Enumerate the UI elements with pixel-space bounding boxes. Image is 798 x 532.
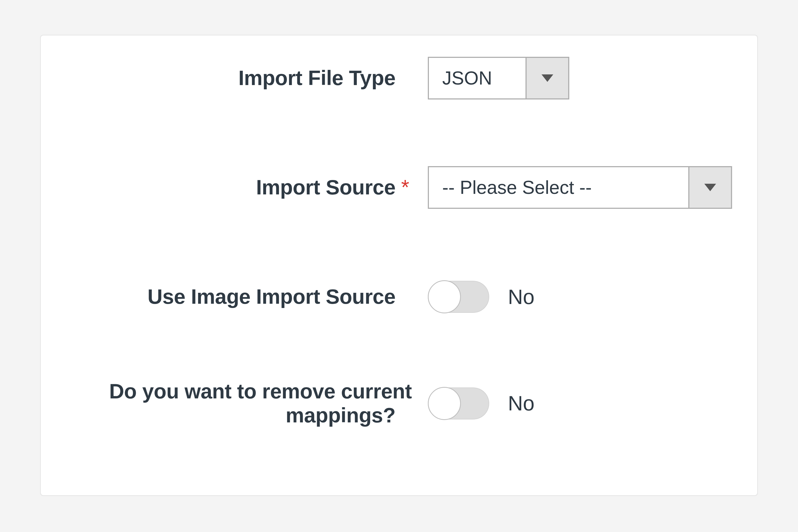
chevron-down-icon <box>542 74 553 82</box>
toggle-value-label: No <box>508 391 534 416</box>
select-import-source[interactable]: -- Please Select -- <box>428 166 732 209</box>
toggle-use-image-import-source[interactable] <box>428 281 489 313</box>
label-use-image-import-source: Use Image Import Source <box>41 285 428 309</box>
toggle-knob <box>428 280 461 314</box>
field-row-import-file-type: Import File Type JSON <box>41 57 757 99</box>
field-row-use-image-import-source: Use Image Import Source No <box>41 281 757 313</box>
label-text: Do you want to remove current mappings? <box>109 379 412 427</box>
required-mark: * <box>401 175 412 200</box>
toggle-knob <box>428 387 461 420</box>
dropdown-arrow-box <box>688 167 731 208</box>
label-text: Use Image Import Source <box>148 285 396 308</box>
import-settings-panel: Import File Type JSON Import Source * --… <box>40 35 758 496</box>
label-import-source: Import Source * <box>41 175 428 200</box>
label-text: Import File Type <box>238 66 396 90</box>
label-import-file-type: Import File Type <box>41 66 428 90</box>
field-row-remove-mappings: Do you want to remove current mappings? … <box>41 379 757 427</box>
label-remove-mappings: Do you want to remove current mappings? <box>41 379 428 427</box>
dropdown-arrow-box <box>526 58 568 98</box>
select-value: -- Please Select -- <box>429 167 688 208</box>
field-row-import-source: Import Source * -- Please Select -- <box>41 166 757 209</box>
toggle-value-label: No <box>508 285 534 309</box>
toggle-remove-mappings[interactable] <box>428 387 489 419</box>
select-import-file-type[interactable]: JSON <box>428 57 569 99</box>
svg-marker-0 <box>542 74 553 82</box>
select-value: JSON <box>429 58 526 98</box>
chevron-down-icon <box>704 184 716 191</box>
svg-marker-1 <box>704 184 716 191</box>
label-text: Import Source <box>256 175 396 199</box>
